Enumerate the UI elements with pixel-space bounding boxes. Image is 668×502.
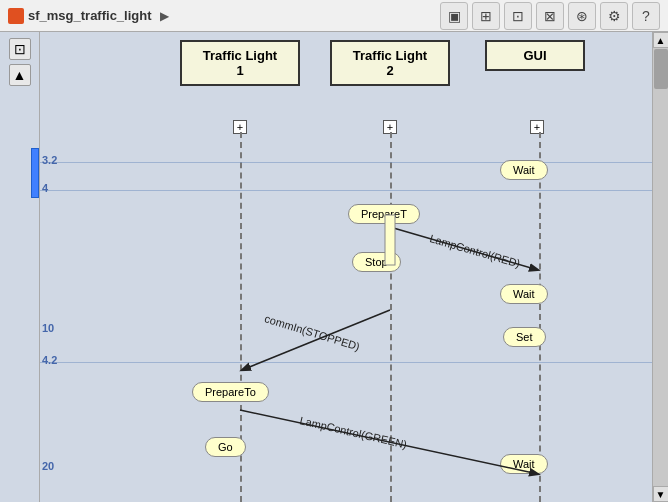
row-label-20: 20 [42, 460, 54, 472]
row-line-32 [40, 162, 652, 163]
row-label-4: 4 [42, 182, 48, 194]
right-scrollbar[interactable]: ▲ ▼ [652, 32, 668, 502]
state-go: Go [205, 437, 246, 457]
msg-lamp-red: LampControl(RED) [428, 232, 521, 269]
toolbar-btn-1[interactable]: ▣ [440, 2, 468, 30]
toolbar-btn-2[interactable]: ⊞ [472, 2, 500, 30]
state-wait1: Wait [500, 160, 548, 180]
lifecycle-box-tl1[interactable]: Traffic Light 1 [180, 40, 300, 86]
row-line-42 [40, 362, 652, 363]
ruler [0, 88, 39, 502]
toolbar-btn-settings[interactable]: ⚙ [600, 2, 628, 30]
lifecycle-box-tl2[interactable]: Traffic Light 2 [330, 40, 450, 86]
row-label-32: 3.2 [42, 154, 57, 166]
state-prepare2: PrepareTo [192, 382, 269, 402]
breadcrumb-arrow: ▶ [160, 9, 169, 23]
left-panel: ⊡ ▲ [0, 32, 40, 502]
state-stop: Stop [352, 252, 401, 272]
titlebar: sf_msg_traffic_light ▶ ▣ ⊞ ⊡ ⊠ ⊛ ⚙ ? [0, 0, 668, 32]
state-wait2: Wait [500, 284, 548, 304]
diagram-area: Traffic Light 1 + Traffic Light 2 + GUI … [40, 32, 652, 502]
row-label-42: 4.2 [42, 354, 57, 366]
window-title: sf_msg_traffic_light [28, 8, 152, 23]
zoom-up-button[interactable]: ▲ [9, 64, 31, 86]
lifecycle-plus-gui[interactable]: + [530, 120, 544, 134]
scroll-down-button[interactable]: ▼ [653, 486, 669, 502]
toolbar-btn-help[interactable]: ? [632, 2, 660, 30]
row-label-10: 10 [42, 322, 54, 334]
lifeline-gui [539, 132, 541, 502]
scroll-track[interactable] [653, 48, 668, 486]
row-line-4 [40, 190, 652, 191]
toolbar-btn-4[interactable]: ⊠ [536, 2, 564, 30]
scroll-up-button[interactable]: ▲ [653, 32, 669, 48]
state-wait3: Wait [500, 454, 548, 474]
lifecycle-box-gui[interactable]: GUI [485, 40, 585, 71]
scroll-indicator[interactable] [31, 148, 39, 198]
fit-screen-button[interactable]: ⊡ [9, 38, 31, 60]
toolbar-btn-5[interactable]: ⊛ [568, 2, 596, 30]
state-prepare1: PrepareT [348, 204, 420, 224]
app-icon [8, 8, 24, 24]
toolbar-btn-3[interactable]: ⊡ [504, 2, 532, 30]
state-set: Set [503, 327, 546, 347]
scroll-thumb[interactable] [654, 49, 668, 89]
main-area: ⊡ ▲ Traffic Light 1 + Traffic Light 2 + … [0, 32, 668, 502]
msg-comm-stopped: commIn(STOPPED) [263, 312, 361, 352]
